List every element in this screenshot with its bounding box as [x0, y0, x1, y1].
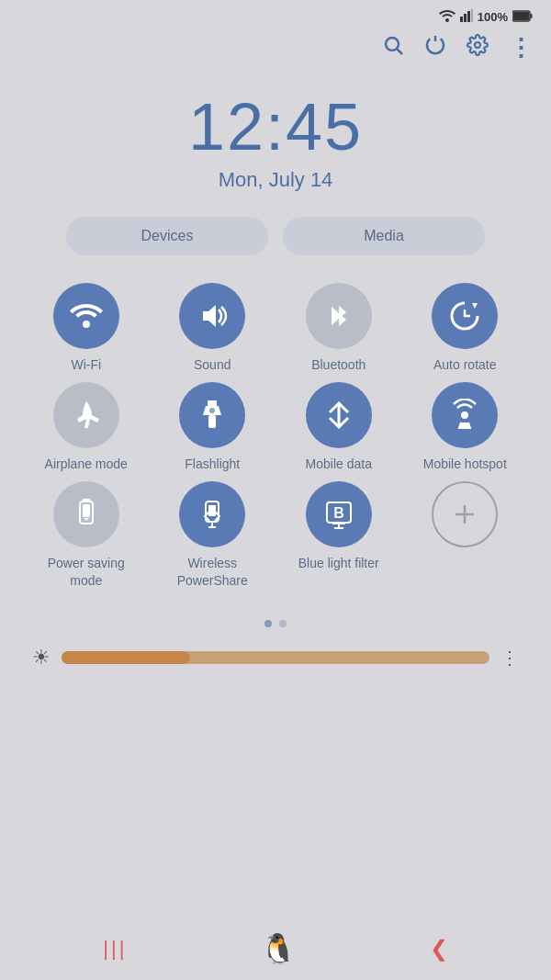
hotspot-icon-circle — [432, 382, 498, 448]
top-actions: ⋮ — [0, 29, 551, 75]
more-button[interactable]: ⋮ — [509, 36, 533, 60]
signal-icon — [460, 9, 473, 25]
bottom-nav: ||| 🐧 ❮ — [0, 918, 551, 980]
bluetooth-icon-circle — [306, 283, 372, 349]
airplane-icon-circle — [53, 382, 119, 448]
qs-wireless[interactable]: Wireless PowerShare — [160, 481, 265, 588]
dot-2 — [279, 620, 287, 627]
qs-mobiledata[interactable]: Mobile data — [286, 382, 391, 472]
powersaving-icon-circle — [53, 481, 119, 547]
svg-point-8 — [386, 38, 399, 51]
brightness-more-button[interactable]: ⋮ — [500, 647, 519, 669]
svg-line-9 — [398, 50, 403, 55]
airplane-label: Airplane mode — [45, 456, 128, 472]
power-button[interactable] — [424, 34, 446, 62]
qs-bluelight[interactable]: B Blue light filter — [286, 481, 391, 588]
settings-button[interactable] — [467, 34, 489, 62]
svg-rect-7 — [513, 12, 529, 20]
tab-row: Devices Media — [0, 197, 551, 265]
devices-tab[interactable]: Devices — [66, 217, 268, 255]
qs-flashlight[interactable]: Flashlight — [160, 382, 265, 472]
svg-point-0 — [445, 18, 449, 22]
svg-rect-2 — [464, 14, 467, 22]
qs-row-2: Airplane mode Flashlight — [23, 382, 528, 472]
recent-apps-button[interactable]: ||| — [103, 937, 127, 961]
svg-rect-4 — [471, 9, 473, 22]
add-icon-circle — [432, 481, 498, 547]
svg-rect-3 — [467, 11, 470, 22]
battery-icon — [512, 10, 533, 25]
clock-time: 12:45 — [0, 89, 551, 164]
clock-date: Mon, July 14 — [0, 168, 551, 192]
svg-point-16 — [209, 408, 215, 413]
search-button[interactable] — [382, 34, 404, 62]
media-tab[interactable]: Media — [283, 217, 485, 255]
sound-label: Sound — [194, 356, 231, 373]
status-bar: 100% — [0, 0, 551, 29]
svg-rect-15 — [208, 415, 216, 428]
brightness-icon: ☀ — [32, 646, 51, 670]
qs-wifi[interactable]: Wi-Fi — [33, 283, 139, 373]
svg-marker-12 — [203, 305, 216, 327]
svg-rect-14 — [208, 400, 217, 406]
qs-hotspot[interactable]: Mobile hotspot — [412, 382, 518, 472]
back-button[interactable]: ❮ — [430, 936, 448, 962]
clock-section: 12:45 Mon, July 14 — [0, 75, 551, 197]
svg-marker-13 — [472, 303, 478, 309]
svg-text:B: B — [333, 505, 344, 521]
qs-airplane[interactable]: Airplane mode — [33, 382, 139, 472]
brightness-fill — [62, 651, 190, 664]
bluetooth-label: Bluetooth — [311, 356, 365, 373]
status-icons: 100% — [439, 9, 533, 25]
svg-rect-21 — [208, 505, 216, 516]
wireless-label: Wireless PowerShare — [160, 555, 265, 588]
flashlight-label: Flashlight — [185, 456, 240, 472]
qs-bluetooth[interactable]: Bluetooth — [286, 283, 391, 373]
svg-rect-19 — [83, 504, 90, 517]
qs-add[interactable] — [412, 481, 518, 588]
qs-powersaving[interactable]: Power saving mode — [33, 481, 139, 588]
home-button[interactable]: 🐧 — [260, 931, 297, 966]
sound-icon-circle — [179, 283, 245, 349]
bluelight-label: Blue light filter — [298, 555, 379, 571]
hotspot-label: Mobile hotspot — [423, 456, 507, 472]
mobiledata-label: Mobile data — [306, 456, 372, 472]
qs-sound[interactable]: Sound — [160, 283, 265, 373]
powersaving-label: Power saving mode — [33, 555, 139, 588]
mobiledata-icon-circle — [306, 382, 372, 448]
wireless-icon-circle — [179, 481, 245, 547]
svg-point-11 — [83, 321, 90, 328]
svg-point-10 — [475, 42, 480, 48]
wifi-label: Wi-Fi — [71, 356, 101, 373]
quick-settings: Wi-Fi Sound Bluetooth — [0, 265, 551, 607]
autorotate-label: Auto rotate — [433, 356, 497, 373]
pagination-dots — [0, 620, 551, 627]
qs-row-3: Power saving mode Wireless PowerShare — [23, 481, 528, 588]
wifi-status-icon — [439, 9, 455, 25]
bluelight-icon-circle: B — [306, 481, 372, 547]
svg-rect-6 — [531, 14, 533, 18]
flashlight-icon-circle — [179, 382, 245, 448]
wifi-icon-circle — [53, 283, 119, 349]
dot-1 — [264, 620, 272, 627]
qs-row-1: Wi-Fi Sound Bluetooth — [23, 283, 528, 373]
brightness-row[interactable]: ☀ ⋮ — [18, 636, 533, 679]
battery-text: 100% — [478, 10, 508, 24]
autorotate-icon-circle — [432, 283, 498, 349]
qs-autorotate[interactable]: Auto rotate — [412, 283, 518, 373]
brightness-track[interactable] — [62, 651, 489, 664]
svg-point-17 — [461, 411, 468, 419]
svg-rect-1 — [460, 17, 463, 22]
